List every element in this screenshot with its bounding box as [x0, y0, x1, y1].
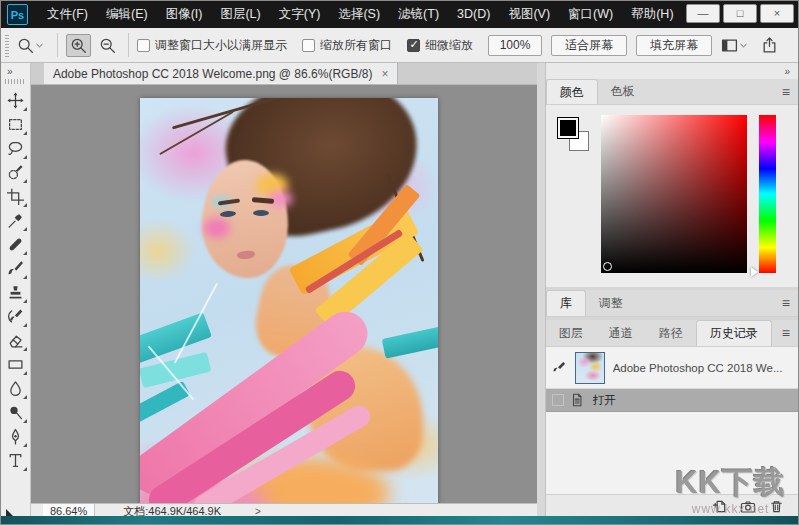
tool-pen[interactable] — [2, 424, 28, 448]
flyout-corner — [23, 203, 27, 207]
tool-brush[interactable] — [2, 256, 28, 280]
zoom-tool-indicator[interactable] — [17, 37, 45, 54]
hue-slider[interactable] — [759, 115, 776, 273]
zoom-in-button[interactable] — [66, 34, 91, 57]
dock-gap — [537, 63, 545, 518]
minimize-button[interactable]: — — [686, 4, 720, 23]
tool-eraser[interactable] — [2, 328, 28, 352]
resize-windows-checkbox[interactable] — [137, 39, 150, 52]
history-panel-footer — [546, 494, 798, 518]
menu-item-5[interactable]: 选择(S) — [329, 1, 389, 28]
tab-close-icon[interactable]: × — [381, 67, 388, 81]
layers-tab-0[interactable]: 图层 — [546, 320, 596, 346]
tool-blur[interactable] — [2, 376, 28, 400]
hue-slider-marker[interactable] — [751, 267, 758, 277]
zoom-all-windows-checkbox[interactable] — [302, 39, 315, 52]
open-state-label: 打开 — [593, 393, 616, 408]
foreground-color-swatch[interactable] — [557, 117, 579, 139]
tool-eyedropper[interactable] — [2, 208, 28, 232]
document-tab-bar: Adobe Photoshop CC 2018 Welcome.png @ 86… — [31, 63, 537, 85]
tool-lasso[interactable] — [2, 136, 28, 160]
color-panel-menu-icon[interactable]: ≡ — [782, 84, 790, 100]
tool-quick-select[interactable] — [2, 160, 28, 184]
tool-crop[interactable] — [2, 184, 28, 208]
library-panel-menu-icon[interactable]: ≡ — [782, 295, 790, 311]
zoom-all-windows-option: 缩放所有窗口 — [302, 37, 392, 54]
tool-history-brush[interactable] — [2, 304, 28, 328]
toolbar-collapse-icon[interactable]: » — [1, 66, 12, 77]
fit-screen-button[interactable]: 适合屏幕 — [551, 35, 627, 56]
library-tab-1[interactable]: 调整 — [586, 290, 636, 316]
tool-healing[interactable] — [2, 232, 28, 256]
history-snapshot-row[interactable]: Adobe Photoshop CC 2018 We... — [546, 347, 798, 389]
flyout-corner — [23, 227, 27, 231]
zoom-100-button[interactable]: 100% — [488, 35, 542, 56]
menu-item-7[interactable]: 3D(D) — [448, 1, 499, 28]
open-image-artwork[interactable] — [140, 98, 438, 503]
document-tab[interactable]: Adobe Photoshop CC 2018 Welcome.png @ 86… — [44, 63, 399, 84]
menu-item-0[interactable]: 文件(F) — [38, 1, 97, 28]
history-brush-source-icon[interactable] — [552, 360, 567, 375]
fill-screen-button[interactable]: 填充屏幕 — [636, 35, 712, 56]
toolbar-grip[interactable] — [5, 79, 25, 84]
canvas-area[interactable] — [31, 85, 537, 503]
resize-windows-label: 调整窗口大小以满屏显示 — [155, 37, 287, 54]
color-panel-tabs: 颜色色板≡ — [546, 79, 798, 105]
options-grip[interactable] — [5, 33, 9, 57]
tool-dodge[interactable] — [2, 400, 28, 424]
scrubby-zoom-checkbox[interactable] — [407, 39, 420, 52]
delete-state-button[interactable] — [769, 499, 784, 514]
new-document-from-state-button[interactable] — [712, 499, 727, 514]
flyout-corner — [23, 179, 27, 183]
library-tab-0[interactable]: 库 — [546, 290, 586, 316]
eyedropper-icon — [7, 212, 24, 229]
new-snapshot-button[interactable] — [740, 499, 756, 515]
tool-move[interactable] — [2, 88, 28, 112]
color-tab-0[interactable]: 颜色 — [546, 79, 598, 104]
flyout-corner — [23, 419, 27, 423]
tool-type[interactable] — [2, 448, 28, 472]
menu-item-6[interactable]: 滤镜(T) — [389, 1, 448, 28]
flyout-corner — [23, 275, 27, 279]
history-source-checkbox[interactable] — [552, 394, 564, 406]
dock-collapse-icon[interactable]: » — [784, 66, 789, 77]
camera-icon — [740, 499, 756, 515]
maximize-button[interactable]: □ — [723, 4, 757, 23]
saturation-brightness-field[interactable] — [601, 115, 747, 273]
history-state-row-open[interactable]: 打开 — [546, 389, 798, 412]
status-chevron-icon[interactable]: > — [255, 506, 261, 517]
layers-tab-3[interactable]: 历史记录 — [696, 320, 772, 346]
eraser-icon — [7, 332, 24, 349]
foreground-background-swatches[interactable] — [557, 117, 601, 161]
artwork-eye — [253, 210, 269, 216]
close-button[interactable]: × — [760, 4, 794, 23]
menu-item-1[interactable]: 编辑(E) — [97, 1, 157, 28]
zoom-out-icon — [99, 37, 116, 54]
menu-item-4[interactable]: 文字(Y) — [270, 1, 330, 28]
layers-panel-menu-icon[interactable]: ≡ — [782, 325, 790, 341]
share-button[interactable] — [757, 34, 782, 57]
menu-item-3[interactable]: 图层(L) — [211, 1, 269, 28]
screen-mode-control[interactable] — [721, 37, 749, 54]
flyout-corner — [23, 131, 27, 135]
healing-icon — [7, 236, 24, 253]
gradient-icon — [7, 356, 24, 373]
trash-icon — [769, 499, 784, 514]
photoshop-logo: Ps — [7, 4, 28, 25]
zoom-out-button[interactable] — [95, 34, 120, 57]
tool-marquee[interactable] — [2, 112, 28, 136]
menu-item-2[interactable]: 图像(I) — [157, 1, 212, 28]
flyout-corner — [23, 323, 27, 327]
dock-header: » — [546, 63, 798, 79]
layers-tab-2[interactable]: 路径 — [646, 320, 696, 346]
layers-panel-tabs: 图层通道路径历史记录≡ — [546, 320, 798, 347]
color-tab-1[interactable]: 色板 — [598, 79, 648, 104]
tool-stamp[interactable] — [2, 280, 28, 304]
menu-item-10[interactable]: 帮助(H) — [622, 1, 682, 28]
layers-tab-1[interactable]: 通道 — [596, 320, 646, 346]
color-field-selector[interactable] — [603, 262, 612, 271]
menu-item-8[interactable]: 视图(V) — [499, 1, 559, 28]
stamp-icon — [7, 284, 24, 301]
menu-item-9[interactable]: 窗口(W) — [559, 1, 622, 28]
tool-gradient[interactable] — [2, 352, 28, 376]
